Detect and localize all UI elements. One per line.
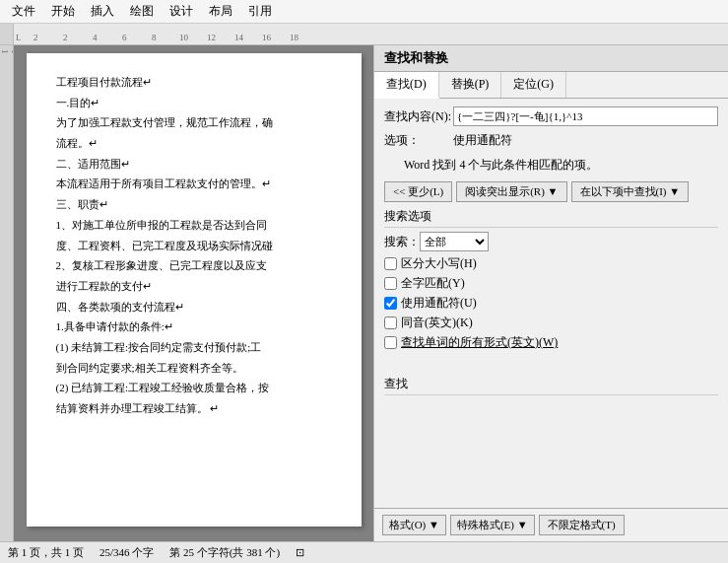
checkbox-allforms: 查找单词的所有形式(英文)(W) xyxy=(384,334,718,351)
checkbox-homophone-input[interactable] xyxy=(384,317,397,329)
option-value: 使用通配符 xyxy=(453,132,512,149)
status-wordcount: 25/346 个字 xyxy=(99,545,154,560)
checkbox-wildcard-label: 使用通配符(U) xyxy=(401,295,477,312)
doc-line: 1.具备申请付款的条件:↵ xyxy=(56,317,332,336)
search-content-row: 查找内容(N): xyxy=(384,106,718,126)
result-text: 找到 4 个与此条件相匹配的项。 xyxy=(432,158,598,172)
ruler-num: 16 xyxy=(262,33,271,42)
doc-line: 为了加强工程款支付管理，规范工作流程，确 xyxy=(56,113,332,132)
menu-file[interactable]: 文件 xyxy=(4,1,43,22)
find-tabs: 查找(D) 替换(P) 定位(G) xyxy=(374,72,728,99)
checkbox-case: 区分大小写(H) xyxy=(384,255,718,272)
menu-reference[interactable]: 引用 xyxy=(240,1,280,22)
left-ruler: 1 1 1 1 1 1 1 1 1 1 xyxy=(0,45,14,541)
status-page: 第 1 页，共 1 页 xyxy=(8,545,84,560)
checkbox-case-input[interactable] xyxy=(384,257,397,270)
status-scroll-icon: ⊡ xyxy=(296,546,304,559)
doc-line: 到合同约定要求;相关工程资料齐全等。 xyxy=(56,359,332,378)
ruler-num: 2 xyxy=(63,33,68,42)
main-buttons-row: << 更少(L) 阅读突出显示(R) ▼ 在以下项中查找(I) ▼ xyxy=(384,181,718,202)
checkbox-homophone: 同音(英文)(K) xyxy=(384,315,718,331)
doc-line: 进行工程款的支付↵ xyxy=(56,277,332,296)
ruler: L 2 2 4 6 8 10 12 14 16 18 xyxy=(0,24,728,45)
panel-title: 查找和替换 xyxy=(374,45,728,72)
statusbar: 第 1 页，共 1 页 25/346 个字 第 25 个字符(共 381 个) … xyxy=(0,541,728,563)
find-in-button[interactable]: 在以下项中查找(I) ▼ xyxy=(571,181,690,202)
doc-line: 流程。↵ xyxy=(56,134,332,153)
find-footer: 格式(O) ▼ 特殊格式(E) ▼ 不限定格式(T) xyxy=(374,508,728,541)
doc-line: 二、适用范围↵ xyxy=(56,155,332,174)
checkbox-fullword: 全字匹配(Y) xyxy=(384,275,718,292)
checkbox-homophone-label: 同音(英文)(K) xyxy=(401,315,473,331)
checkbox-allforms-input[interactable] xyxy=(384,336,397,349)
special-label: 特殊格式(E) ▼ xyxy=(457,518,528,532)
noformat-button[interactable]: 不限定格式(T) xyxy=(539,515,625,535)
find-replace-panel: 查找和替换 查找(D) 替换(P) 定位(G) 查找内容(N): 选项： 使用通… xyxy=(373,45,728,541)
find-section-title: 查找 xyxy=(384,376,718,395)
doc-line xyxy=(56,420,332,439)
doc-line xyxy=(56,440,332,458)
search-direction-label: 搜索： xyxy=(384,234,420,250)
options-row: 选项： 使用通配符 xyxy=(384,132,718,149)
checkbox-wildcard: 使用通配符(U) xyxy=(384,295,718,312)
doc-line: (1) 未结算工程:按合同约定需支付预付款;工 xyxy=(56,338,332,357)
search-input[interactable] xyxy=(453,106,718,126)
tab-goto[interactable]: 定位(G) xyxy=(501,72,566,98)
doc-line: 一.目的↵ xyxy=(56,94,332,112)
menubar: 文件 开始 插入 绘图 设计 布局 引用 xyxy=(0,0,728,24)
ruler-main: L 2 2 4 6 8 10 12 14 16 18 xyxy=(14,24,728,44)
checkbox-fullword-input[interactable] xyxy=(384,277,397,290)
document-area[interactable]: 工程项目付款流程↵ 一.目的↵ 为了加强工程款支付管理，规范工作流程，确 流程。… xyxy=(14,45,373,541)
menu-start[interactable]: 开始 xyxy=(43,1,83,22)
highlight-button[interactable]: 阅读突出显示(R) ▼ xyxy=(456,181,566,202)
ruler-num: 4 xyxy=(93,33,98,42)
tab-replace[interactable]: 替换(P) xyxy=(439,72,502,98)
option-label: 选项： xyxy=(384,132,453,149)
doc-line: 结算资料并办理工程竣工结算。 ↵ xyxy=(56,399,332,418)
main-area: 1 1 1 1 1 1 1 1 1 1 工程项目付款流程↵ 一.目的↵ 为了加强… xyxy=(0,45,728,541)
search-direction-select[interactable]: 全部 向上 向下 xyxy=(420,232,489,251)
special-button[interactable]: 特殊格式(E) ▼ xyxy=(450,515,535,535)
doc-line: 三、职责↵ xyxy=(56,195,332,214)
result-message: Word 找到 4 个与此条件相匹配的项。 xyxy=(404,157,718,174)
status-charcount: 第 25 个字符(共 381 个) xyxy=(169,545,280,560)
ruler-num: L xyxy=(16,33,22,42)
format-label: 格式(O) ▼ xyxy=(389,518,439,532)
checkbox-wildcard-input[interactable] xyxy=(384,297,397,310)
doc-line: 度、工程资料、已完工程度及现场实际情况碰 xyxy=(56,237,332,255)
search-content-label: 查找内容(N): xyxy=(384,108,453,125)
checkbox-allforms-label: 查找单词的所有形式(英文)(W) xyxy=(401,334,558,351)
menu-design[interactable]: 设计 xyxy=(162,1,201,22)
format-button[interactable]: 格式(O) ▼ xyxy=(382,515,446,535)
doc-line: 四、各类款项的支付流程↵ xyxy=(56,298,332,317)
less-button[interactable]: << 更少(L) xyxy=(384,181,452,202)
ruler-num: 10 xyxy=(179,33,188,42)
search-direction-row: 搜索： 全部 向上 向下 xyxy=(384,232,718,251)
ruler-num: 12 xyxy=(207,33,216,42)
doc-line: 工程项目付款流程↵ xyxy=(56,73,332,92)
doc-line: 本流程适用于所有项目工程款支付的管理。↵ xyxy=(56,175,332,193)
checkbox-case-label: 区分大小写(H) xyxy=(401,255,477,272)
menu-insert[interactable]: 插入 xyxy=(83,1,122,22)
doc-line: 2、复核工程形象进度、已完工程度以及应支 xyxy=(56,256,332,275)
doc-line: (2) 已结算工程:工程竣工经验收质量合格，按 xyxy=(56,379,332,397)
document-page: 工程项目付款流程↵ 一.目的↵ 为了加强工程款支付管理，规范工作流程，确 流程。… xyxy=(27,53,362,527)
ruler-num: 8 xyxy=(152,33,157,42)
doc-line: 1、对施工单位所申报的工程款是否达到合同 xyxy=(56,216,332,235)
ruler-num: 2 xyxy=(33,33,38,42)
ruler-num: 6 xyxy=(122,33,127,42)
menu-layout[interactable]: 布局 xyxy=(201,1,240,22)
word-label: Word xyxy=(404,158,430,172)
ruler-num: 18 xyxy=(290,33,298,42)
checkbox-fullword-label: 全字匹配(Y) xyxy=(401,275,465,292)
search-options-title: 搜索选项 xyxy=(384,208,718,228)
find-body: 查找内容(N): 选项： 使用通配符 Word 找到 4 个与此条件相匹配的项。… xyxy=(374,99,728,508)
ruler-num: 14 xyxy=(234,33,243,42)
ruler-side xyxy=(0,24,14,44)
menu-draw[interactable]: 绘图 xyxy=(122,1,162,22)
tab-find[interactable]: 查找(D) xyxy=(374,72,439,99)
